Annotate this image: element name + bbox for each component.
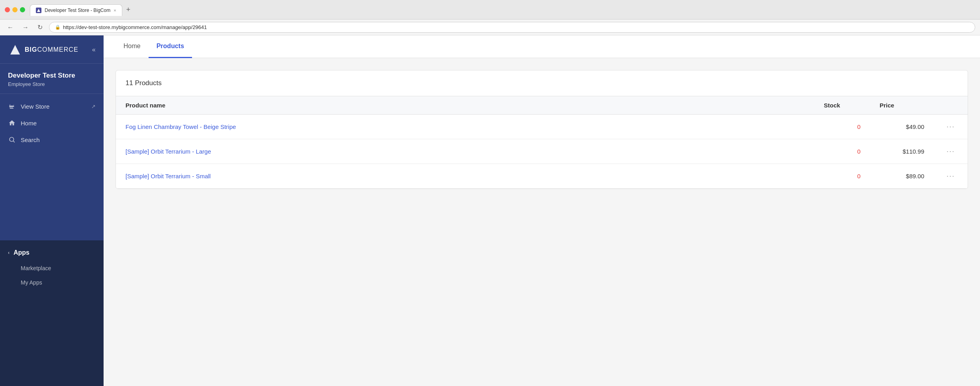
sidebar-header: BIGCOMMERCE « (0, 35, 104, 64)
tab-close-button[interactable]: × (114, 8, 116, 13)
view-store-label: View Store (21, 103, 49, 110)
page-tabs: Home Products (104, 35, 980, 58)
apps-section-header[interactable]: ‹ Apps (0, 244, 104, 261)
sidebar-item-my-apps[interactable]: My Apps (0, 275, 104, 290)
product-name-link[interactable]: [Sample] Orbit Terrarium - Large (125, 148, 211, 155)
collapse-sidebar-button[interactable]: « (92, 46, 96, 53)
col-actions (934, 96, 968, 115)
bigcommerce-logo: BIGCOMMERCE (8, 43, 78, 57)
store-name: Developer Test Store (8, 72, 96, 80)
product-price-cell: $49.00 (870, 115, 934, 139)
product-price-cell: $110.99 (870, 139, 934, 164)
address-bar: ← → ↻ 🔒 https://dev-test-store.mybigcomm… (0, 19, 980, 35)
logo-text: BIGCOMMERCE (25, 46, 78, 53)
forward-button[interactable]: → (20, 23, 31, 32)
product-stock-cell: 0 (814, 139, 870, 164)
url-input[interactable]: 🔒 https://dev-test-store.mybigcommerce.c… (49, 22, 975, 33)
apps-label: Apps (14, 249, 29, 256)
svg-point-2 (10, 137, 14, 142)
sidebar-item-view-store[interactable]: View Store ↗ (0, 98, 104, 115)
products-section: 11 Products Product name Stock Price (104, 58, 980, 386)
back-button[interactable]: ← (5, 23, 16, 32)
products-table: Product name Stock Price Fog Linen Chamb… (116, 96, 968, 189)
search-icon (8, 136, 16, 143)
product-stock-cell: 0 (814, 164, 870, 189)
product-actions-cell: ··· (934, 164, 968, 189)
product-name-link[interactable]: Fog Linen Chambray Towel - Beige Stripe (125, 123, 236, 130)
col-stock: Stock (814, 96, 870, 115)
product-actions-button[interactable]: ··· (943, 171, 958, 181)
table-row: [Sample] Orbit Terrarium - Small 0 $89.0… (116, 164, 968, 189)
product-name-cell: Fog Linen Chambray Towel - Beige Stripe (116, 115, 814, 139)
col-product-name: Product name (116, 96, 814, 115)
svg-marker-0 (37, 9, 40, 12)
svg-marker-1 (10, 45, 20, 55)
tab-bar: Developer Test Store - BigCom × + (30, 3, 134, 16)
url-text: https://dev-test-store.mybigcommerce.com… (63, 24, 207, 30)
refresh-button[interactable]: ↻ (35, 23, 45, 32)
store-type: Employee Store (8, 81, 96, 87)
browser-tab[interactable]: Developer Test Store - BigCom × (30, 4, 122, 16)
tab-title: Developer Test Store - BigCom (45, 8, 110, 13)
lock-icon: 🔒 (55, 25, 61, 30)
tab-home[interactable]: Home (116, 35, 149, 58)
sidebar-nav: View Store ↗ Home Search (0, 94, 104, 240)
col-price: Price (870, 96, 934, 115)
home-label: Home (21, 120, 37, 127)
sidebar-item-home[interactable]: Home (0, 115, 104, 131)
table-header: Product name Stock Price (116, 96, 968, 115)
favicon (36, 8, 41, 13)
main-content: Home Products 11 Products Product name S… (104, 35, 980, 386)
products-card: 11 Products Product name Stock Price (116, 70, 968, 189)
close-window-button[interactable] (5, 7, 10, 12)
product-name-link[interactable]: [Sample] Orbit Terrarium - Small (125, 173, 211, 179)
store-info: Developer Test Store Employee Store (0, 64, 104, 94)
store-icon (8, 103, 16, 110)
product-name-cell: [Sample] Orbit Terrarium - Large (116, 139, 814, 164)
table-row: [Sample] Orbit Terrarium - Large 0 $110.… (116, 139, 968, 164)
titlebar: Developer Test Store - BigCom × + (5, 3, 975, 16)
traffic-lights (5, 7, 25, 12)
product-price-cell: $89.00 (870, 164, 934, 189)
minimize-window-button[interactable] (12, 7, 18, 12)
table-row: Fog Linen Chambray Towel - Beige Stripe … (116, 115, 968, 139)
sidebar: BIGCOMMERCE « Developer Test Store Emplo… (0, 35, 104, 386)
sidebar-item-search[interactable]: Search (0, 131, 104, 148)
tab-products[interactable]: Products (149, 35, 192, 58)
sidebar-item-marketplace[interactable]: Marketplace (0, 261, 104, 275)
product-stock-cell: 0 (814, 115, 870, 139)
new-tab-button[interactable]: + (122, 3, 135, 16)
product-name-cell: [Sample] Orbit Terrarium - Small (116, 164, 814, 189)
search-label: Search (21, 136, 40, 143)
products-count: 11 Products (116, 70, 968, 96)
product-actions-button[interactable]: ··· (943, 122, 958, 132)
product-actions-cell: ··· (934, 115, 968, 139)
product-actions-cell: ··· (934, 139, 968, 164)
fullscreen-window-button[interactable] (20, 7, 25, 12)
external-link-icon: ↗ (91, 103, 96, 109)
home-icon (8, 119, 16, 127)
apps-section: ‹ Apps Marketplace My Apps (0, 240, 104, 386)
browser-chrome: Developer Test Store - BigCom × + ← → ↻ … (0, 0, 980, 35)
chevron-left-icon: ‹ (8, 250, 10, 255)
product-actions-button[interactable]: ··· (943, 146, 958, 156)
svg-line-3 (13, 141, 14, 142)
app-layout: BIGCOMMERCE « Developer Test Store Emplo… (0, 35, 980, 386)
table-body: Fog Linen Chambray Towel - Beige Stripe … (116, 115, 968, 189)
